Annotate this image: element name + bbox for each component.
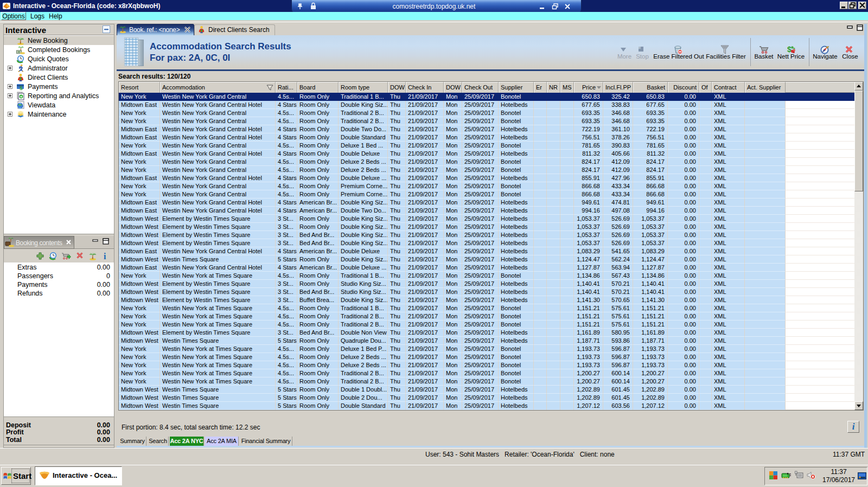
svg-text:$: $ xyxy=(787,45,792,54)
svg-text:$: $ xyxy=(20,85,23,91)
